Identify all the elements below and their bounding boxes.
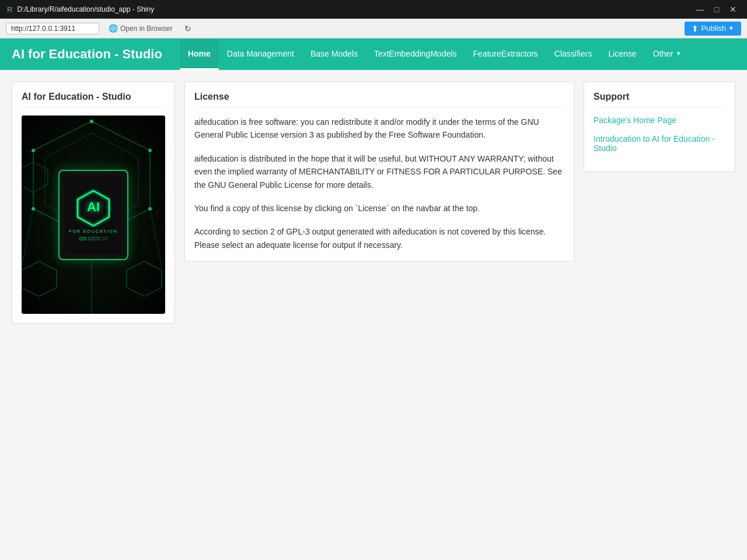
nav-items: Home Data Management Base Models TextEmb… [180, 38, 690, 70]
license-text: aifeducation is free software: you can r… [194, 116, 564, 251]
refresh-button[interactable]: ↻ [181, 22, 194, 35]
ai-hex-svg: AI [76, 189, 111, 227]
middle-card-title: License [194, 92, 564, 107]
nav-item-text-embedding[interactable]: TextEmbeddingModels [366, 38, 465, 70]
nav-item-license[interactable]: License [600, 38, 644, 70]
nav-item-classifiers[interactable]: Classifiers [546, 38, 601, 70]
nav-item-data-management[interactable]: Data Management [219, 38, 302, 70]
right-card: Support Package's Home Page Introducatio… [584, 82, 735, 172]
nav-item-base-models[interactable]: Base Models [302, 38, 366, 70]
navbar-brand: AI for Education - Studio [12, 47, 162, 62]
tablet-screen: AI FOR EDUCATION [64, 177, 123, 253]
nav-item-other[interactable]: Other ▼ [645, 38, 690, 70]
window-title: D:/Library/R/aifeducation/studio_app - S… [17, 5, 154, 13]
support-link-intro[interactable]: Introducation to AI for Education - Stud… [594, 134, 725, 153]
svg-point-9 [148, 149, 152, 152]
svg-text:AI: AI [87, 200, 100, 214]
titlebar-left: R D:/Library/R/aifeducation/studio_app -… [7, 5, 154, 14]
license-para-1: aifeducation is free software: you can r… [194, 116, 564, 142]
navbar: AI for Education - Studio Home Data Mana… [0, 38, 747, 70]
publish-button[interactable]: ⬆ Publish ▼ [685, 22, 741, 36]
svg-point-8 [90, 120, 93, 123]
addressbar-right: ⬆ Publish ▼ [685, 22, 741, 36]
tablet-ui-elements [79, 237, 107, 240]
minimize-button[interactable]: — [693, 2, 707, 16]
main-content: AI for Education - Studio [0, 70, 747, 560]
other-dropdown-arrow: ▼ [676, 50, 682, 57]
left-card-title: AI for Education - Studio [22, 92, 165, 107]
svg-line-7 [150, 209, 162, 267]
right-card-title: Support [594, 92, 725, 107]
tablet-device: AI FOR EDUCATION [58, 170, 128, 260]
for-education-label: FOR EDUCATION [69, 229, 117, 233]
nav-item-feature-extractors[interactable]: FeatureExtractors [465, 38, 546, 70]
publish-icon: ⬆ [692, 24, 699, 33]
support-link-homepage[interactable]: Package's Home Page [594, 116, 725, 125]
close-button[interactable]: ✕ [726, 2, 740, 16]
url-display[interactable]: http://127.0.0.1:3911 [6, 23, 99, 34]
ai-image-container: AI FOR EDUCATION [22, 116, 165, 314]
nav-item-home[interactable]: Home [180, 38, 219, 70]
svg-marker-2 [22, 261, 57, 296]
ai-image-inner: AI FOR EDUCATION [22, 116, 165, 314]
svg-point-12 [32, 207, 35, 211]
license-para-4: According to section 2 of GPL-3 output g… [194, 225, 564, 251]
r-logo-icon: R [7, 5, 12, 14]
open-in-browser-button[interactable]: 🌐 Open in Browser [105, 23, 176, 34]
titlebar: R D:/Library/R/aifeducation/studio_app -… [0, 0, 747, 19]
globe-icon: 🌐 [109, 24, 118, 33]
svg-point-13 [32, 149, 35, 152]
license-para-3: You find a copy of this license by click… [194, 202, 564, 215]
open-browser-label: Open in Browser [120, 24, 172, 33]
svg-line-6 [22, 209, 33, 267]
svg-marker-3 [127, 261, 162, 296]
left-card: AI for Education - Studio [12, 82, 175, 324]
titlebar-controls[interactable]: — □ ✕ [693, 2, 740, 16]
license-para-2: aifeducation is distributed in the hope … [194, 152, 564, 191]
maximize-button[interactable]: □ [710, 2, 724, 16]
middle-card: License aifeducation is free software: y… [184, 82, 574, 261]
publish-label: Publish [701, 24, 726, 33]
svg-marker-4 [22, 162, 48, 192]
publish-dropdown-arrow[interactable]: ▼ [728, 25, 734, 32]
svg-point-10 [148, 207, 152, 211]
addressbar: http://127.0.0.1:3911 🌐 Open in Browser … [0, 19, 747, 38]
